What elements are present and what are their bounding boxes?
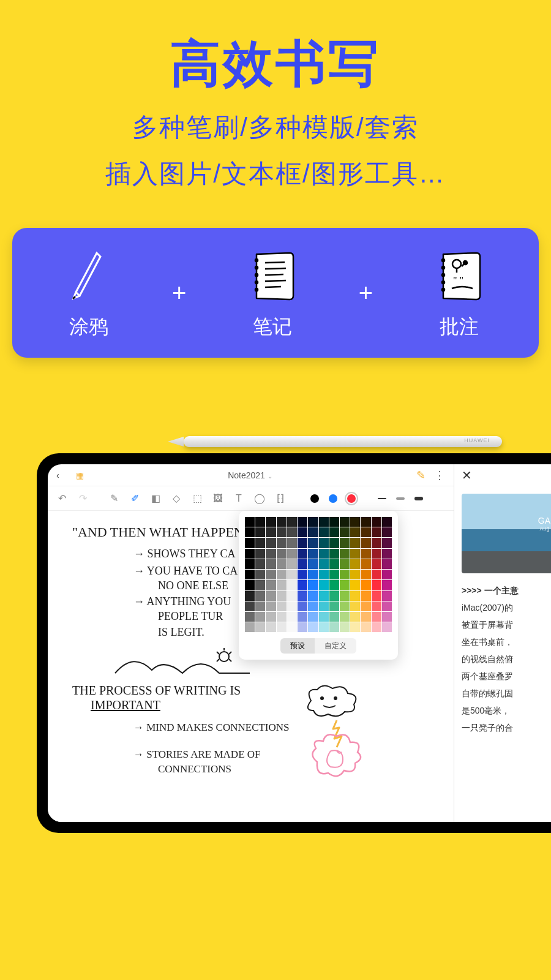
color-cell[interactable] [255,601,265,611]
color-cell[interactable] [350,591,360,601]
color-cell[interactable] [372,559,381,569]
color-cell[interactable] [287,622,297,632]
drawing-canvas[interactable]: "AND THEN WHAT HAPPENED?" → SHOWS THEY C… [48,511,454,822]
color-cell[interactable] [382,517,392,527]
color-cell[interactable] [329,549,339,559]
color-cell[interactable] [266,527,276,537]
color-cell[interactable] [266,570,276,579]
color-cell[interactable] [298,601,307,611]
color-cell[interactable] [277,622,287,632]
color-cell[interactable] [372,527,381,537]
color-cell[interactable] [372,622,381,632]
color-cell[interactable] [340,517,350,527]
color-grid[interactable] [245,517,392,632]
grid-view-icon[interactable]: ▦ [76,470,84,480]
close-icon[interactable]: ✕ [462,468,472,483]
color-cell[interactable] [319,580,329,590]
color-cell[interactable] [255,549,265,559]
color-cell[interactable] [266,591,276,601]
color-cell[interactable] [245,601,255,611]
color-cell[interactable] [382,612,392,622]
color-cell[interactable] [361,527,370,537]
color-cell[interactable] [361,580,370,590]
color-cell[interactable] [266,517,276,527]
color-cell[interactable] [319,517,329,527]
color-cell[interactable] [319,591,329,601]
color-cell[interactable] [266,612,276,622]
color-cell[interactable] [277,580,287,590]
shape-tool-icon[interactable]: ◯ [254,493,265,504]
color-cell[interactable] [329,559,339,569]
color-cell[interactable] [361,538,370,548]
color-cell[interactable] [308,538,318,548]
color-cell[interactable] [245,570,255,579]
color-cell[interactable] [245,559,255,569]
color-cell[interactable] [361,591,370,601]
color-cell[interactable] [298,591,307,601]
color-cell[interactable] [298,527,307,537]
color-swatch-blue[interactable] [329,494,337,503]
color-cell[interactable] [277,591,287,601]
color-cell[interactable] [287,527,297,537]
color-cell[interactable] [340,549,350,559]
color-cell[interactable] [277,527,287,537]
color-cell[interactable] [350,570,360,579]
color-cell[interactable] [255,517,265,527]
color-cell[interactable] [361,549,370,559]
color-cell[interactable] [287,549,297,559]
color-cell[interactable] [340,527,350,537]
color-cell[interactable] [319,612,329,622]
color-cell[interactable] [287,559,297,569]
color-cell[interactable] [287,612,297,622]
color-cell[interactable] [340,559,350,569]
color-cell[interactable] [308,549,318,559]
color-cell[interactable] [266,559,276,569]
color-cell[interactable] [277,549,287,559]
color-cell[interactable] [329,517,339,527]
color-cell[interactable] [340,622,350,632]
eraser2-tool-icon[interactable]: ◇ [171,493,182,504]
color-cell[interactable] [329,601,339,611]
color-cell[interactable] [255,527,265,537]
color-cell[interactable] [319,570,329,579]
redo-icon[interactable]: ↷ [77,493,88,504]
color-cell[interactable] [319,622,329,632]
color-cell[interactable] [255,622,265,632]
color-cell[interactable] [308,570,318,579]
color-cell[interactable] [350,612,360,622]
highlighter-tool-icon[interactable]: ✐ [129,493,140,504]
color-cell[interactable] [308,517,318,527]
color-cell[interactable] [255,580,265,590]
color-cell[interactable] [277,570,287,579]
color-cell[interactable] [382,549,392,559]
color-cell[interactable] [382,591,392,601]
color-cell[interactable] [298,580,307,590]
color-cell[interactable] [372,538,381,548]
color-swatch-black[interactable] [310,494,319,503]
color-cell[interactable] [298,622,307,632]
color-cell[interactable] [255,612,265,622]
color-cell[interactable] [361,559,370,569]
color-cell[interactable] [329,538,339,548]
color-cell[interactable] [350,527,360,537]
color-cell[interactable] [382,601,392,611]
undo-icon[interactable]: ↶ [56,493,67,504]
color-cell[interactable] [372,549,381,559]
color-cell[interactable] [329,612,339,622]
color-cell[interactable] [245,527,255,537]
color-cell[interactable] [298,570,307,579]
color-cell[interactable] [277,601,287,611]
document-title[interactable]: Note2021⌄ [84,470,416,480]
color-cell[interactable] [350,580,360,590]
color-cell[interactable] [319,601,329,611]
color-cell[interactable] [245,591,255,601]
stroke-width-thick[interactable] [414,497,423,500]
color-cell[interactable] [277,612,287,622]
color-cell[interactable] [361,612,370,622]
edit-pen-icon[interactable]: ✎ [416,469,425,482]
color-cell[interactable] [308,601,318,611]
color-cell[interactable] [340,580,350,590]
color-cell[interactable] [266,580,276,590]
image-tool-icon[interactable]: 🖼 [212,493,223,504]
color-cell[interactable] [266,538,276,548]
